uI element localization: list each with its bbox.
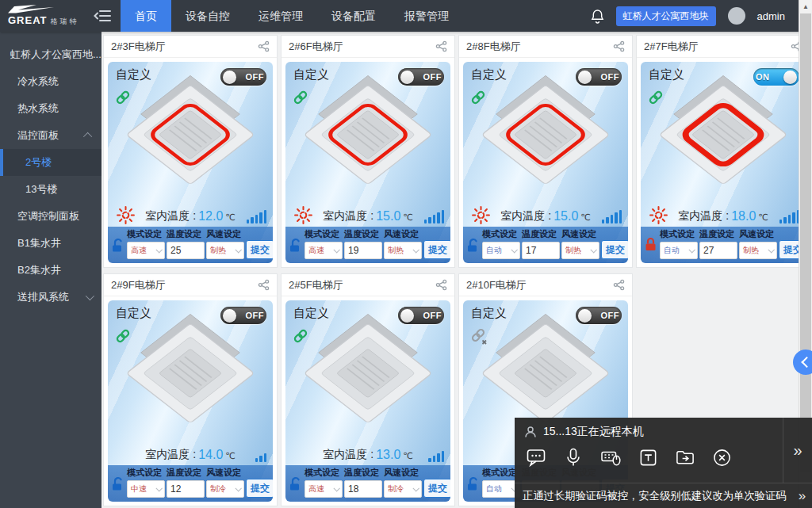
card-body: 自定义 OFF (282, 58, 454, 267)
fan-select[interactable]: 制热 (206, 242, 244, 259)
avatar[interactable] (728, 7, 745, 25)
ac-unit-image (478, 313, 613, 432)
temp-set-input[interactable] (344, 480, 382, 498)
fan-control: 风速设定 制热 (206, 228, 244, 259)
nav-tab[interactable]: 首页 (121, 0, 171, 32)
fan-control: 风速设定 制热 (739, 228, 777, 259)
mode-select[interactable]: 自动 (482, 242, 520, 259)
expand-toolbar-button[interactable]: » (783, 418, 812, 483)
fan-select[interactable]: 制冷 (384, 480, 422, 498)
share-icon[interactable] (613, 40, 625, 52)
ac-unit-card: 2#6F电梯厅 自定义 OFF (281, 35, 455, 268)
fan-select[interactable]: 制热 (561, 242, 599, 259)
scrollbar-up-arrow[interactable]: ▲ (799, 0, 812, 13)
temp-set-input[interactable] (344, 242, 382, 259)
unlock-icon[interactable] (288, 238, 303, 253)
ac-unit-image (301, 313, 435, 432)
message-icon[interactable] (526, 447, 546, 468)
mode-control: 模式设定 高速 (304, 228, 343, 259)
mode-select-value: 高速 (131, 245, 147, 256)
unlock-icon[interactable] (110, 238, 125, 253)
mode-select[interactable]: 自动 (660, 242, 698, 259)
mode-select[interactable]: 中速 (127, 480, 165, 498)
mode-control: 模式设定 自动 (660, 228, 698, 259)
close-session-icon[interactable] (712, 448, 732, 468)
microphone-icon[interactable] (563, 447, 584, 468)
logo-swoosh-icon (8, 5, 54, 13)
sidebar-item[interactable]: 2号楼 (0, 149, 102, 176)
sidebar-item[interactable]: 空调控制面板 (0, 203, 102, 230)
share-icon[interactable] (258, 40, 270, 52)
sidebar-item[interactable]: 热水系统 (0, 95, 102, 122)
unlock-icon[interactable] (465, 238, 481, 253)
sidebar-menu: 虹桥人才公寓西地...冷水系统热水系统温控面板2号楼13号楼空调控制面板B1集水… (0, 32, 102, 508)
sidebar-item[interactable]: 13号楼 (0, 176, 102, 203)
menu-fold-icon[interactable] (94, 9, 111, 23)
submit-button[interactable]: 提交 (246, 479, 273, 498)
mode-select-value: 自动 (486, 245, 502, 256)
mode-select[interactable]: 高速 (127, 242, 165, 259)
ac-unit-image (123, 313, 258, 432)
unlock-icon[interactable] (110, 476, 125, 491)
indoor-temp-value: 15.0 (376, 209, 400, 223)
fan-select[interactable]: 制热 (739, 242, 777, 259)
controls-bar: 模式设定 自动 温度设定 风速设定 制热 提 (463, 227, 628, 263)
submit-button[interactable]: 提交 (423, 479, 450, 498)
submit-button[interactable]: 提交 (423, 240, 450, 259)
fan-set-label: 风速设定 (206, 467, 244, 479)
temp-unit: ℃ (403, 212, 412, 223)
nav-tab[interactable]: 设备配置 (317, 0, 390, 32)
project-badge[interactable]: 虹桥人才公寓西地块 (616, 6, 716, 26)
temp-unit: ℃ (758, 212, 768, 223)
fan-bars (424, 210, 445, 223)
sidebar-item[interactable]: 温控面板 (0, 122, 102, 149)
card-header: 2#8F电梯厅 (459, 36, 632, 58)
temp-control: 温度设定 (344, 228, 382, 259)
fan-select[interactable]: 制热 (384, 242, 422, 259)
card-header: 2#9F电梯厅 (104, 274, 277, 296)
text-input-icon[interactable] (638, 448, 658, 468)
temp-set-input[interactable] (167, 480, 205, 498)
temp-control: 温度设定 (699, 228, 737, 259)
collapse-panel-button[interactable] (793, 349, 812, 375)
temp-set-input[interactable] (522, 242, 560, 259)
share-icon[interactable] (613, 279, 625, 291)
nav-tab[interactable]: 设备自控 (171, 0, 244, 32)
fan-select[interactable]: 制冷 (206, 480, 244, 498)
unlock-icon[interactable] (288, 476, 303, 491)
card-header: 2#3F电梯厅 (104, 36, 277, 58)
submit-button[interactable]: 提交 (601, 240, 628, 259)
nav-tab[interactable]: 运维管理 (244, 0, 317, 32)
person-icon (524, 426, 537, 438)
temp-set-input[interactable] (167, 242, 205, 259)
notification-bell-icon[interactable] (591, 9, 604, 24)
expand-warning-button[interactable]: » (799, 488, 806, 504)
mode-select[interactable]: 高速 (304, 242, 343, 259)
ac-panel: 自定义 OFF (108, 300, 273, 502)
temp-set-input[interactable] (699, 242, 737, 259)
remote-control-icon[interactable] (600, 447, 622, 468)
file-transfer-icon[interactable] (675, 448, 695, 468)
card-title: 2#6F电梯厅 (289, 40, 435, 54)
share-icon[interactable] (435, 279, 447, 291)
sidebar-item[interactable]: 虹桥人才公寓西地... (0, 41, 102, 68)
sidebar-item[interactable]: 送排风系统 (0, 284, 102, 311)
unlock-icon[interactable] (465, 476, 481, 491)
submit-button[interactable]: 提交 (246, 240, 273, 259)
share-icon[interactable] (258, 279, 270, 291)
lock-icon[interactable] (643, 236, 658, 254)
brand-name: GREAT (8, 14, 48, 26)
mode-select[interactable]: 高速 (304, 480, 343, 498)
ac-panel: 自定义 OFF (285, 300, 450, 502)
sidebar-item[interactable]: B2集水井 (0, 257, 102, 284)
share-icon[interactable] (435, 40, 447, 52)
sidebar-item[interactable]: B1集水井 (0, 230, 102, 257)
card-title: 2#10F电梯厅 (466, 278, 613, 292)
ac-unit-image (123, 74, 258, 193)
sidebar-item[interactable]: 冷水系统 (0, 68, 102, 95)
scrollbar-thumb[interactable] (800, 13, 811, 472)
ac-unit-card: 2#8F电梯厅 自定义 OFF (458, 35, 633, 268)
temp-control: 温度设定 (344, 467, 382, 498)
chevron-down-icon (235, 485, 241, 491)
nav-tab[interactable]: 报警管理 (390, 0, 463, 32)
